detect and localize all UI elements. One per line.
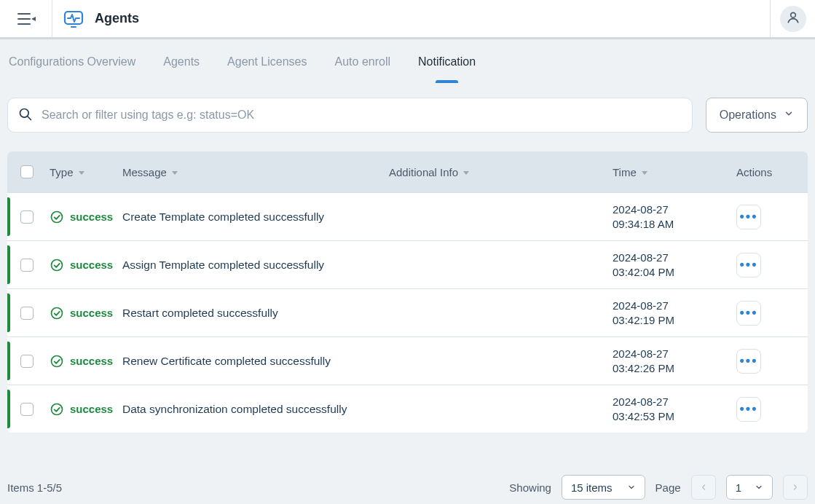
sort-caret-icon — [462, 166, 470, 178]
row-checkbox[interactable] — [20, 403, 34, 416]
row-checkbox[interactable] — [20, 210, 34, 224]
chevron-down-icon — [627, 481, 636, 494]
toolbar: Operations — [0, 84, 815, 141]
row-message: Renew Certificate completed successfully — [122, 355, 331, 368]
chevron-left-icon — [699, 481, 708, 494]
svg-marker-9 — [79, 171, 84, 175]
more-horizontal-icon: ••• — [740, 353, 758, 369]
page-number-select[interactable]: 1 — [726, 475, 773, 500]
table-row: success Restart completed successfully 2… — [7, 288, 808, 336]
page-size-select[interactable]: 15 items — [562, 475, 645, 500]
page-size-value: 15 items — [571, 481, 613, 494]
chevron-down-icon — [784, 109, 794, 122]
table-row: success Assign Template completed succes… — [7, 240, 808, 288]
more-horizontal-icon: ••• — [740, 401, 758, 417]
svg-marker-10 — [172, 171, 178, 175]
operations-label: Operations — [720, 109, 776, 122]
svg-point-17 — [52, 403, 63, 414]
svg-point-14 — [52, 259, 63, 270]
row-message: Create Template completed successfully — [122, 210, 324, 224]
top-bar: Agents — [0, 0, 815, 39]
user-icon — [786, 10, 800, 27]
row-type-label: success — [70, 307, 113, 319]
table-footer: Items 1-5/5 Showing 15 items Page 1 — [7, 475, 808, 500]
row-checkbox[interactable] — [20, 259, 34, 272]
column-header-additional-info[interactable]: Additional Info — [389, 166, 458, 178]
check-circle-icon — [50, 258, 64, 272]
svg-marker-11 — [463, 171, 469, 175]
more-horizontal-icon: ••• — [740, 209, 758, 224]
sort-caret-icon — [171, 166, 178, 178]
check-circle-icon — [50, 306, 64, 320]
tab-notification[interactable]: Notification — [418, 41, 476, 83]
row-type-label: success — [70, 403, 113, 415]
search-input[interactable] — [40, 108, 682, 122]
svg-line-8 — [28, 116, 31, 119]
tab-auto-enroll[interactable]: Auto enroll — [335, 41, 391, 83]
column-header-message[interactable]: Message — [122, 166, 167, 178]
search-field-wrapper — [7, 98, 693, 133]
select-all-checkbox[interactable] — [20, 165, 34, 178]
row-checkbox[interactable] — [20, 355, 34, 368]
chevron-down-icon — [755, 481, 763, 494]
chevron-right-icon — [791, 481, 800, 494]
tab-configurations-overview[interactable]: Configurations Overview — [9, 41, 135, 83]
check-circle-icon — [50, 210, 64, 224]
svg-marker-3 — [31, 17, 36, 21]
column-header-type[interactable]: Type — [50, 166, 74, 178]
check-circle-icon — [50, 354, 64, 369]
svg-marker-12 — [642, 171, 647, 175]
table-header-row: Type Message Additional Info Time Action… — [7, 151, 808, 192]
row-time: 2024-08-2703:42:04 PM — [613, 251, 674, 279]
svg-point-6 — [790, 12, 795, 17]
app-monitor-icon — [63, 8, 84, 30]
tab-agent-licenses[interactable]: Agent Licenses — [227, 41, 307, 83]
row-message: Restart completed successfully — [122, 307, 278, 320]
items-summary: Items 1-5/5 — [7, 481, 62, 494]
column-header-time[interactable]: Time — [613, 166, 637, 178]
row-actions-button[interactable]: ••• — [736, 349, 761, 374]
tab-agents[interactable]: Agents — [163, 41, 200, 83]
row-time: 2024-08-2703:42:19 PM — [613, 299, 674, 327]
row-actions-button[interactable]: ••• — [736, 205, 761, 229]
row-time: 2024-08-2703:42:26 PM — [613, 347, 674, 375]
check-circle-icon — [50, 402, 64, 417]
row-actions-button[interactable]: ••• — [736, 397, 761, 422]
row-message: Data synchronization completed successfu… — [122, 403, 347, 416]
user-avatar-button[interactable] — [780, 6, 806, 32]
sort-caret-icon — [641, 166, 648, 178]
column-header-actions: Actions — [736, 166, 772, 178]
row-checkbox[interactable] — [20, 307, 34, 320]
page-title: Agents — [95, 11, 139, 26]
row-actions-button[interactable]: ••• — [736, 301, 761, 326]
tab-bar: Configurations Overview Agents Agent Lic… — [0, 39, 815, 84]
row-actions-button[interactable]: ••• — [736, 253, 761, 277]
table-row: success Renew Certificate completed succ… — [7, 336, 808, 385]
more-horizontal-icon: ••• — [740, 257, 758, 272]
table-row: success Create Template completed succes… — [7, 192, 808, 240]
menu-collapse-icon — [17, 11, 36, 27]
notifications-table: Type Message Additional Info Time Action… — [7, 151, 808, 433]
page-label: Page — [655, 481, 681, 494]
row-time: 2024-08-2703:42:53 PM — [613, 395, 674, 423]
row-type-label: success — [70, 355, 113, 367]
row-time: 2024-08-2709:34:18 AM — [613, 202, 674, 231]
svg-point-13 — [52, 211, 63, 222]
row-type-label: success — [70, 210, 113, 223]
next-page-button[interactable] — [783, 475, 808, 500]
row-type-label: success — [70, 259, 113, 271]
operations-dropdown[interactable]: Operations — [706, 98, 808, 133]
row-message: Assign Template completed successfully — [122, 259, 324, 272]
search-icon — [18, 107, 33, 124]
svg-point-15 — [52, 307, 63, 318]
sort-caret-icon — [78, 166, 85, 178]
table-row: success Data synchronization completed s… — [7, 385, 808, 433]
svg-point-16 — [52, 355, 63, 366]
more-horizontal-icon: ••• — [740, 305, 758, 320]
prev-page-button[interactable] — [691, 475, 716, 500]
current-page-value: 1 — [736, 481, 741, 494]
menu-toggle[interactable] — [0, 0, 52, 37]
showing-label: Showing — [509, 481, 551, 494]
